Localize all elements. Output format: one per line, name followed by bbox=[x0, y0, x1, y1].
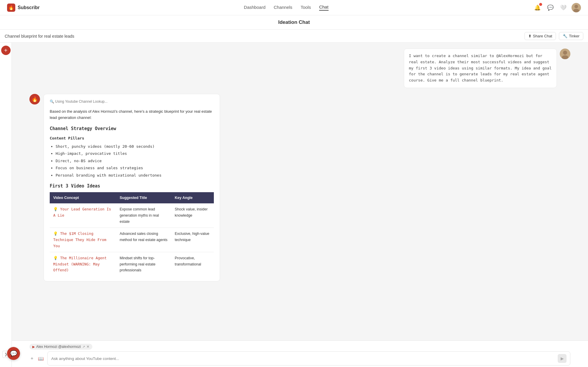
table-header-title: Suggested Title bbox=[116, 192, 171, 204]
video-concept-1[interactable]: 💡 Your Lead Generation Is A Lie bbox=[53, 207, 111, 217]
chat-input[interactable] bbox=[51, 356, 555, 361]
table-header-angle: Key Angle bbox=[171, 192, 214, 204]
bottom-chat-icon: 💬 bbox=[10, 350, 17, 357]
nav-tools[interactable]: Tools bbox=[301, 5, 311, 10]
ai-bubble: 🔍 Using Youtube Channel Lookup... Based … bbox=[44, 94, 220, 281]
ai-avatar: 🔥 bbox=[29, 94, 40, 104]
user-avatar-small bbox=[560, 49, 570, 59]
send-button[interactable]: ▶ bbox=[558, 354, 567, 363]
table-cell-angle: Exclusive, high-value technique bbox=[171, 228, 214, 252]
table-row: 💡 The $1M Closing Technique They Hide Fr… bbox=[50, 228, 214, 252]
external-link-icon[interactable]: ↗ bbox=[82, 345, 85, 349]
tinker-button[interactable]: 🔧 Tinker bbox=[559, 32, 583, 40]
table-row: 💡 The Millionaire Agent Mindset (WARNING… bbox=[50, 252, 214, 276]
nav-chat[interactable]: Chat bbox=[319, 4, 329, 11]
top-nav: 🔥 Subscribr Dashboard Channels Tools Cha… bbox=[0, 0, 588, 15]
ai-section3-title: First 3 Video Ideas bbox=[50, 182, 214, 190]
chat-bubble-btn[interactable]: 💬 bbox=[546, 3, 555, 12]
brand-icon: 🔥 bbox=[7, 4, 15, 12]
svg-point-1 bbox=[574, 5, 578, 8]
ai-tool-use: 🔍 Using Youtube Channel Lookup... bbox=[50, 99, 214, 105]
bottom-chat-toggle[interactable]: 💬 bbox=[7, 347, 20, 360]
notification-bell-btn[interactable]: 🔔 bbox=[533, 3, 542, 12]
chat-input-area: ▶ Alex Hormozi @alexhormozi ↗ ✕ + 📖 ▶ bbox=[12, 341, 588, 367]
svg-point-4 bbox=[563, 51, 567, 55]
content-pillars-list: Short, punchy videos (mostly 20-60 secon… bbox=[56, 143, 214, 178]
table-cell-title: Expose common lead generation myths in r… bbox=[116, 203, 171, 227]
ai-intro: Based on the analysis of Alex Hormozi's … bbox=[50, 108, 214, 121]
chat-tab-bar: Channel blueprint for real estate leads … bbox=[0, 30, 588, 43]
nav-channels[interactable]: Channels bbox=[274, 5, 292, 10]
chat-tab-title: Channel blueprint for real estate leads bbox=[5, 34, 74, 39]
send-icon: ▶ bbox=[561, 356, 564, 361]
table-cell-concept: 💡 The $1M Closing Technique They Hide Fr… bbox=[50, 228, 116, 252]
svg-point-2 bbox=[573, 9, 579, 12]
main-layout: + ❯ I want to create a channel similar t… bbox=[0, 43, 588, 367]
share-chat-button[interactable]: ⬆ Share Chat bbox=[524, 32, 556, 40]
user-message: I want to create a channel similar to @A… bbox=[29, 49, 570, 88]
video-ideas-table: Video Concept Suggested Title Key Angle … bbox=[50, 192, 214, 276]
ai-section1-title: Channel Strategy Overview bbox=[50, 125, 214, 132]
play-icon: ▶ bbox=[32, 345, 35, 349]
chat-tab-actions: ⬆ Share Chat 🔧 Tinker bbox=[524, 32, 583, 40]
notification-badge bbox=[539, 3, 542, 6]
user-avatar[interactable] bbox=[572, 3, 581, 12]
list-item: Personal branding with motivational unde… bbox=[56, 172, 214, 178]
list-item: Direct, no-BS advice bbox=[56, 158, 214, 164]
table-header-concept: Video Concept bbox=[50, 192, 116, 204]
share-icon: ⬆ bbox=[528, 34, 532, 38]
tool-use-text: 🔍 Using Youtube Channel Lookup... bbox=[50, 99, 107, 105]
sidebar-toggle: + ❯ bbox=[0, 43, 12, 367]
user-message-bubble: I want to create a channel similar to @A… bbox=[404, 49, 557, 88]
source-chip: ▶ Alex Hormozi @alexhormozi ↗ ✕ bbox=[29, 344, 92, 350]
list-item: Short, punchy videos (mostly 20-60 secon… bbox=[56, 143, 214, 150]
brand-name: Subscribr bbox=[18, 5, 40, 10]
nav-dashboard[interactable]: Dashboard bbox=[244, 5, 265, 10]
table-cell-angle: Provocative, transformational bbox=[171, 252, 214, 276]
table-row: 💡 Your Lead Generation Is A Lie Expose c… bbox=[50, 203, 214, 227]
table-cell-title: Advanced sales closing method for real e… bbox=[116, 228, 171, 252]
input-row: + 📖 ▶ bbox=[29, 351, 570, 366]
chat-input-wrapper: ▶ bbox=[47, 351, 570, 366]
video-concept-2[interactable]: 💡 The $1M Closing Technique They Hide Fr… bbox=[53, 231, 106, 248]
chat-messages: I want to create a channel similar to @A… bbox=[12, 43, 588, 341]
ai-section2-title: Content Pillars bbox=[50, 135, 214, 141]
page-title: Ideation Chat bbox=[0, 15, 588, 30]
tinker-icon: 🔧 bbox=[563, 34, 567, 38]
book-btn[interactable]: 📖 bbox=[37, 355, 45, 363]
table-cell-angle: Shock value, insider knowledge bbox=[171, 203, 214, 227]
page-title-text: Ideation Chat bbox=[278, 19, 310, 25]
video-concept-3[interactable]: 💡 The Millionaire Agent Mindset (WARNING… bbox=[53, 256, 107, 272]
chat-area: I want to create a channel similar to @A… bbox=[12, 43, 588, 367]
remove-source-icon[interactable]: ✕ bbox=[86, 345, 89, 349]
input-source-tag: ▶ Alex Hormozi @alexhormozi ↗ ✕ bbox=[29, 344, 570, 350]
tinker-label: Tinker bbox=[569, 34, 579, 38]
table-cell-title: Mindset shifts for top-performing real e… bbox=[116, 252, 171, 276]
nav-right: 🔔 💬 🤍 bbox=[533, 3, 581, 12]
nav-links: Dashboard Channels Tools Chat bbox=[244, 4, 329, 11]
source-name: Alex Hormozi @alexhormozi bbox=[36, 345, 81, 349]
add-attachment-btn[interactable]: + bbox=[29, 355, 34, 362]
share-chat-label: Share Chat bbox=[533, 34, 552, 38]
new-chat-fab[interactable]: + bbox=[1, 46, 11, 55]
list-item: Focus on business and sales strategies bbox=[56, 165, 214, 171]
table-cell-concept: 💡 Your Lead Generation Is A Lie bbox=[50, 203, 116, 227]
ai-message: 🔥 🔍 Using Youtube Channel Lookup... Base… bbox=[29, 94, 570, 281]
brand: 🔥 Subscribr bbox=[7, 4, 40, 12]
favorites-btn[interactable]: 🤍 bbox=[559, 3, 568, 12]
list-item: High-impact, provocative titles bbox=[56, 150, 214, 157]
table-cell-concept: 💡 The Millionaire Agent Mindset (WARNING… bbox=[50, 252, 116, 276]
